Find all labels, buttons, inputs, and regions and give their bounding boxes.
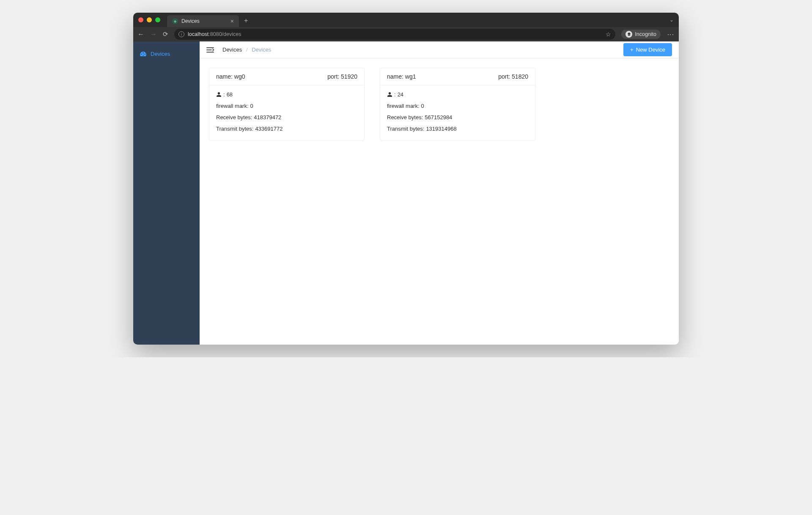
- new-tab-button[interactable]: +: [244, 17, 248, 25]
- close-window-button[interactable]: [138, 17, 143, 22]
- app-root: Devices Devices / Devices + New: [133, 41, 679, 345]
- url-path: :8080/devices: [208, 31, 241, 37]
- hamburger-icon[interactable]: [206, 47, 214, 53]
- device-card: name: wg0 port: 51920 : 68 firewall mark…: [209, 68, 365, 141]
- back-button[interactable]: ←: [137, 30, 144, 38]
- browser-window: ◆ Devices × + ⌄ ← → ⟳ i localhost:8080/d…: [133, 13, 679, 345]
- device-card-header: name: wg0 port: 51920: [209, 68, 364, 85]
- device-port: port: 51820: [498, 73, 528, 80]
- device-port: port: 51920: [327, 73, 357, 80]
- device-users-value: 24: [398, 91, 403, 98]
- breadcrumb-current: Devices: [252, 47, 271, 53]
- plus-icon: +: [630, 47, 634, 53]
- device-name: name: wg0: [216, 73, 245, 80]
- device-firewall-row: firewall mark: 0: [216, 103, 357, 109]
- dashboard-icon: [140, 52, 146, 56]
- forward-button[interactable]: →: [150, 30, 157, 38]
- main: Devices / Devices + New Device name: wg0…: [200, 41, 679, 345]
- content: name: wg0 port: 51920 : 68 firewall mark…: [200, 58, 679, 150]
- sidebar-item-label: Devices: [151, 51, 170, 57]
- incognito-label: Incognito: [635, 31, 656, 37]
- minimize-window-button[interactable]: [147, 17, 152, 22]
- device-users-row: : 68: [216, 91, 357, 98]
- site-info-icon[interactable]: i: [178, 31, 184, 37]
- browser-menu-button[interactable]: ⋮: [667, 31, 675, 37]
- device-transmit-row: Transmit bytes: 433691772: [216, 126, 357, 132]
- device-card-header: name: wg1 port: 51820: [380, 68, 535, 85]
- sidebar: Devices: [133, 41, 200, 345]
- device-users-row: : 24: [387, 91, 528, 98]
- reload-button[interactable]: ⟳: [163, 30, 168, 38]
- incognito-icon: [625, 31, 632, 38]
- device-card-body: : 68 firewall mark: 0 Receive bytes: 418…: [209, 85, 364, 140]
- device-receive-row: Receive bytes: 567152984: [387, 114, 528, 121]
- breadcrumb-root[interactable]: Devices: [222, 47, 242, 53]
- nav-arrows: ← →: [137, 30, 157, 38]
- url-host: localhost: [188, 31, 208, 37]
- breadcrumb-separator: /: [246, 47, 248, 53]
- device-firewall-row: firewall mark: 0: [387, 103, 528, 109]
- tab-title: Devices: [181, 18, 200, 24]
- bookmark-star-icon[interactable]: ☆: [606, 31, 611, 38]
- device-card-body: : 24 firewall mark: 0 Receive bytes: 567…: [380, 85, 535, 140]
- user-icon: [216, 92, 222, 97]
- device-receive-row: Receive bytes: 418379472: [216, 114, 357, 121]
- header: Devices / Devices + New Device: [200, 41, 679, 58]
- device-users-value: 68: [227, 91, 233, 98]
- breadcrumb: Devices / Devices: [222, 47, 271, 53]
- browser-tab[interactable]: ◆ Devices ×: [167, 15, 239, 27]
- tabs-dropdown-icon[interactable]: ⌄: [669, 17, 674, 23]
- device-transmit-row: Transmit bytes: 1319314968: [387, 126, 528, 132]
- close-tab-button[interactable]: ×: [230, 18, 234, 24]
- device-name: name: wg1: [387, 73, 416, 80]
- user-icon: [387, 92, 392, 97]
- maximize-window-button[interactable]: [155, 17, 160, 22]
- incognito-badge[interactable]: Incognito: [621, 30, 661, 39]
- new-device-button[interactable]: + New Device: [623, 43, 672, 56]
- tab-favicon: ◆: [172, 18, 178, 24]
- url-field[interactable]: i localhost:8080/devices ☆: [174, 29, 615, 40]
- window-controls: [138, 17, 160, 22]
- titlebar: ◆ Devices × + ⌄: [133, 13, 679, 27]
- sidebar-item-devices[interactable]: Devices: [133, 47, 200, 60]
- device-card: name: wg1 port: 51820 : 24 firewall mark…: [380, 68, 535, 141]
- new-device-label: New Device: [636, 47, 665, 53]
- address-bar: ← → ⟳ i localhost:8080/devices ☆ Incogni…: [133, 27, 679, 41]
